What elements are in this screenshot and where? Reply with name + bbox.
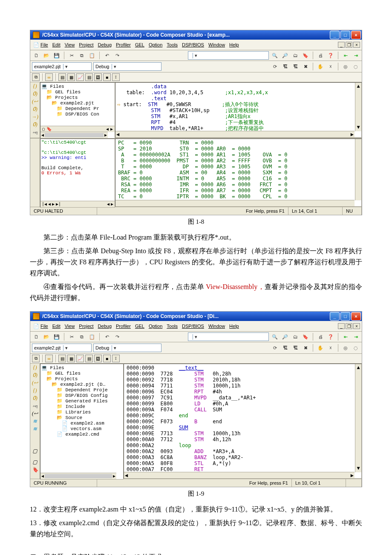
disassembly-view[interactable]: 0000:0090 __text__ 0000:0090 7728 STM 0h… <box>124 364 362 479</box>
menu-help[interactable]: Help <box>229 324 239 329</box>
probe-icon[interactable]: ◎ <box>341 62 350 71</box>
animate-icon[interactable]: ∾η <box>31 129 39 135</box>
open-icon[interactable]: 📂 <box>42 51 51 60</box>
outdent-icon[interactable]: ⇤ <box>341 332 350 341</box>
menu-tools[interactable]: Tools <box>167 42 178 47</box>
print-icon[interactable]: 🖨 <box>316 51 325 60</box>
compile-icon[interactable]: ⟳ <box>271 344 279 352</box>
view-watch-icon[interactable]: ▦ <box>67 355 75 362</box>
step-into-icon[interactable]: {) <box>31 364 39 370</box>
menu-option[interactable]: Option <box>149 42 162 47</box>
undo-icon[interactable]: ↶ <box>103 332 111 341</box>
view-registers-icon[interactable]: ⧉ <box>32 355 40 362</box>
minimize-button[interactable]: _ <box>330 312 340 321</box>
bookmark-icon[interactable]: 🔖 <box>301 51 310 60</box>
menu-edit[interactable]: Edit <box>52 324 61 329</box>
animate-icon[interactable]: ∾η <box>31 403 39 409</box>
menu-view[interactable]: View <box>65 42 75 47</box>
bookmark-icon[interactable]: 🔖 <box>301 332 310 341</box>
project-dropdown[interactable]: example2.pjt ▾ <box>32 344 92 352</box>
indent-icon[interactable]: ⇥ <box>352 332 360 341</box>
indent-icon[interactable]: ⇥ <box>352 51 360 60</box>
clear-probe-icon[interactable]: ◌ <box>352 344 360 352</box>
menu-tools[interactable]: Tools <box>167 324 178 329</box>
view-mixed-icon[interactable]: ■ <box>103 355 111 362</box>
output-icon[interactable]: ▢ <box>31 448 39 454</box>
view-output-icon[interactable]: ▤ <box>85 73 93 81</box>
run-icon[interactable]: 0̄) <box>31 106 39 112</box>
search-dropdown[interactable]: ▾ <box>188 332 269 341</box>
menu-dspbios[interactable]: DSP/BIOS <box>182 42 204 47</box>
paste-icon[interactable]: 📋 <box>88 51 96 60</box>
build-icon[interactable]: 🏗 <box>281 62 289 71</box>
reset-icon[interactable]: ≋ <box>31 426 39 432</box>
copy-icon[interactable]: ⧉ <box>78 332 86 341</box>
undo-icon[interactable]: ↶ <box>103 51 111 60</box>
view-disassembly-icon[interactable]: ⟟ <box>112 73 120 81</box>
help-icon[interactable]: ❓ <box>326 332 335 341</box>
project-tree[interactable]: FilesGEL filesProjectsexample2.pjtDepend… <box>40 82 115 139</box>
new-icon[interactable]: 🗋 <box>32 51 40 60</box>
new-icon[interactable]: 🗋 <box>32 332 40 341</box>
view-image-icon[interactable]: 🖼 <box>94 355 102 362</box>
view-image-icon[interactable]: 🖼 <box>94 73 102 81</box>
paste-icon[interactable]: 📋 <box>88 332 96 341</box>
find-files-icon[interactable]: 🗂 <box>291 332 300 341</box>
tree-tab-files-icon[interactable]: ▢ <box>31 459 39 465</box>
view-output-icon[interactable]: ▤ <box>85 355 93 362</box>
child-restore-button[interactable]: ❐ <box>346 323 352 329</box>
run-free-icon[interactable]: ≋ <box>31 418 39 424</box>
menu-view[interactable]: View <box>65 324 75 329</box>
step-out-icon[interactable]: (↩ <box>31 380 39 386</box>
view-memory-icon[interactable]: ∞ <box>45 355 53 362</box>
view-stack-icon[interactable]: ▤ <box>58 73 66 81</box>
compile-icon[interactable]: ⟳ <box>271 62 279 71</box>
breakpoint-icon[interactable]: ✋ <box>316 62 325 71</box>
run-to-cursor-icon[interactable]: →) <box>31 114 39 120</box>
close-button[interactable]: × <box>351 31 361 39</box>
menu-edit[interactable]: Edit <box>52 42 61 47</box>
rebuild-all-icon[interactable]: 🏗 <box>291 344 300 352</box>
tree-tab-files-icon[interactable]: ▢ <box>42 127 45 132</box>
clear-breakpoint-icon[interactable]: ☓ <box>326 62 335 71</box>
config-dropdown[interactable]: Debug ▾ <box>93 344 161 352</box>
view-mixed-icon[interactable]: ■ <box>103 73 111 81</box>
view-disassembly-icon[interactable]: ⟟ <box>112 355 120 362</box>
tree-tab-bookmark-icon[interactable]: 🔖 <box>31 467 39 473</box>
stop-build-icon[interactable]: ✖ <box>301 62 310 71</box>
rebuild-all-icon[interactable]: 🏗 <box>291 62 300 71</box>
config-dropdown[interactable]: Debug ▾ <box>93 62 161 71</box>
menu-option[interactable]: Option <box>149 324 162 329</box>
child-restore-button[interactable]: ❐ <box>346 42 352 48</box>
view-registers-icon[interactable]: ⧉ <box>32 73 40 81</box>
find-in-files-icon[interactable]: 🗂 <box>291 51 300 60</box>
project-dropdown[interactable]: example2.pjt ▾ <box>32 62 92 71</box>
step-over-icon[interactable]: 0̄) <box>31 91 39 97</box>
menu-window[interactable]: Window <box>208 324 225 329</box>
help-icon[interactable]: ❓ <box>326 51 335 60</box>
redo-icon[interactable]: ↷ <box>113 51 121 60</box>
child-minimize-button[interactable]: _ <box>338 42 345 48</box>
child-minimize-button[interactable]: _ <box>338 323 345 329</box>
minimize-button[interactable]: _ <box>330 31 340 39</box>
find-icon[interactable]: 🔍 <box>271 332 279 341</box>
menu-file[interactable]: File <box>40 324 48 329</box>
menu-gel[interactable]: GEL <box>135 324 144 329</box>
copy-icon[interactable]: ⧉ <box>78 51 86 60</box>
menu-gel[interactable]: GEL <box>135 42 144 47</box>
step-over-icon[interactable]: 0̄) <box>31 372 39 378</box>
view-graph-icon[interactable]: 📈 <box>76 355 84 362</box>
outdent-icon[interactable]: ⇤ <box>341 51 350 60</box>
menu-project[interactable]: Project <box>79 324 93 329</box>
build-log[interactable]: "c:\ti\c5400\cgt "c:\ti\c5400\cgt>> warn… <box>40 139 115 208</box>
run-cursor-icon[interactable]: 0̄) <box>31 395 39 401</box>
probe-icon[interactable]: ◎ <box>341 344 350 352</box>
cut-icon[interactable]: ✂ <box>67 332 76 341</box>
menu-window[interactable]: Window <box>208 42 225 47</box>
search-dropdown[interactable]: ▾ <box>188 51 269 60</box>
find-next-icon[interactable]: 🔎 <box>281 51 289 60</box>
cpu-registers[interactable]: PC = 0090 TRN = 0000 SP = 2010 ST0 = 000… <box>115 139 362 207</box>
close-button[interactable]: × <box>351 312 361 321</box>
project-tree[interactable]: FilesGEL filesProjectsexample2.pjt (D…De… <box>40 364 124 480</box>
maximize-button[interactable]: □ <box>340 312 350 321</box>
